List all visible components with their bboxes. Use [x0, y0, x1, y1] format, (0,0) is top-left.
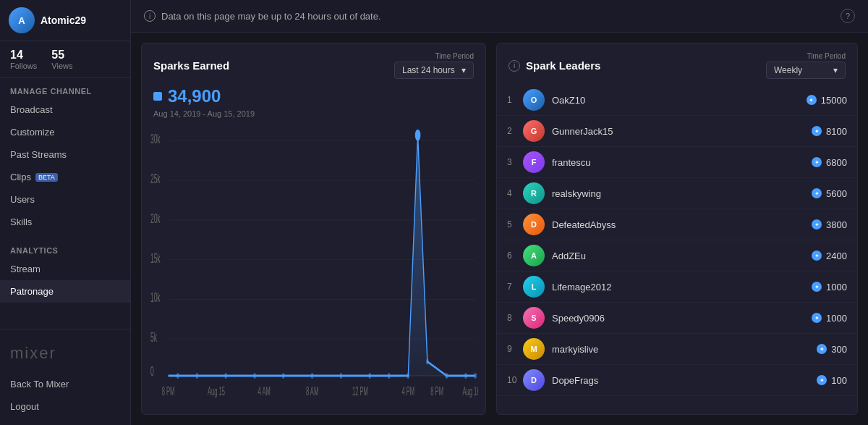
leaders-time-period-value: Weekly	[774, 65, 802, 75]
spark-icon: ✦	[812, 157, 822, 167]
leader-name: frantescu	[552, 157, 812, 168]
leader-row: 9 M markyislive ✦ 300	[497, 334, 857, 365]
content-area: Sparks Earned Time Period Last 24 hours …	[131, 33, 868, 425]
svg-text:5k: 5k	[150, 330, 157, 345]
sidebar-item-skills[interactable]: Skills	[0, 211, 130, 233]
sparks-time-period-label: Time Period	[435, 52, 474, 60]
svg-text:15k: 15k	[150, 251, 161, 265]
logout-link[interactable]: Logout	[0, 395, 130, 418]
back-to-mixer-link[interactable]: Back To Mixer	[0, 373, 130, 395]
leader-score-area: ✦ 5600	[812, 188, 847, 199]
sidebar-item-broadcast[interactable]: Broadcast	[0, 98, 130, 121]
leader-row: 8 S Speedy0906 ✦ 1000	[497, 303, 857, 334]
leader-name: realskywing	[552, 188, 812, 199]
sidebar-stats: 14 Follows 55 Views	[0, 41, 130, 78]
svg-text:8 PM: 8 PM	[430, 385, 443, 398]
svg-point-24	[224, 373, 227, 379]
svg-text:0: 0	[150, 363, 154, 378]
follows-count: 14	[10, 49, 37, 62]
svg-text:Aug 15: Aug 15	[208, 385, 225, 398]
leader-name: Speedy0906	[552, 313, 812, 324]
beta-badge: BETA	[35, 173, 58, 182]
info-icon: i	[144, 10, 156, 22]
follows-label: Follows	[10, 62, 37, 70]
follows-stat: 14 Follows	[10, 49, 37, 70]
svg-text:4 AM: 4 AM	[258, 385, 271, 398]
leader-rank: 3	[507, 157, 523, 167]
leaders-info-icon: i	[509, 60, 520, 72]
svg-text:Aug 16: Aug 16	[463, 385, 478, 398]
leader-rank: 1	[507, 95, 523, 105]
views-label: Views	[51, 62, 72, 70]
leader-score-area: ✦ 2400	[812, 251, 847, 261]
leader-name: DefeatedAbyss	[552, 219, 812, 230]
sidebar-username: Atomic29	[41, 14, 86, 26]
sidebar-item-patronage[interactable]: Patronage	[0, 280, 130, 303]
leader-row: 5 D DefeatedAbyss ✦ 3800	[497, 209, 857, 240]
svg-text:8 AM: 8 AM	[306, 385, 318, 398]
svg-point-25	[253, 373, 256, 379]
leader-score: 300	[831, 344, 847, 355]
leader-score: 1000	[826, 282, 847, 293]
svg-text:8 PM: 8 PM	[162, 385, 175, 398]
analytics-label: ANALYTICS	[0, 237, 130, 258]
leader-avatar: D	[523, 369, 545, 391]
svg-text:4 PM: 4 PM	[401, 385, 414, 398]
help-icon[interactable]: ?	[841, 9, 855, 23]
leader-rank: 2	[507, 126, 523, 136]
svg-text:20k: 20k	[150, 211, 161, 225]
leader-score-area: ✦ 15000	[807, 95, 847, 106]
spark-icon: ✦	[812, 282, 822, 292]
leader-rank: 10	[507, 375, 523, 385]
leaders-chevron-down-icon: ▾	[833, 65, 838, 75]
svg-point-34	[464, 373, 467, 379]
leader-name: AddZEu	[552, 251, 812, 261]
spark-icon: ✦	[812, 188, 822, 198]
leader-score: 3800	[826, 219, 847, 230]
spark-icon: ✦	[817, 344, 827, 354]
date-range: Aug 14, 2019 - Aug 15, 2019	[142, 109, 485, 124]
sidebar-header: A Atomic29	[0, 0, 130, 41]
sparks-time-period-select[interactable]: Last 24 hours ▾	[394, 62, 474, 79]
leader-row: 7 L Lifemage2012 ✦ 1000	[497, 272, 857, 303]
views-count: 55	[51, 49, 72, 62]
leaders-time-period-label: Time Period	[807, 52, 846, 60]
spark-icon: ✦	[812, 313, 822, 323]
spark-icon: ✦	[812, 251, 822, 261]
svg-point-29	[368, 373, 371, 379]
svg-point-30	[388, 373, 391, 379]
svg-text:10k: 10k	[150, 290, 161, 305]
svg-point-28	[340, 373, 343, 379]
svg-point-35	[474, 373, 477, 379]
leaders-title-row: i Spark Leaders	[509, 59, 600, 72]
svg-point-31	[407, 373, 409, 379]
leader-score: 6800	[826, 157, 847, 168]
spark-dot	[153, 92, 162, 101]
svg-point-22	[176, 373, 179, 379]
sidebar-item-past-streams[interactable]: Past Streams	[0, 143, 130, 166]
leader-score-area: ✦ 1000	[812, 282, 847, 293]
leaders-time-period-select[interactable]: Weekly ▾	[766, 62, 846, 79]
sidebar-bottom: mixer Back To Mixer Logout	[0, 329, 130, 425]
chevron-down-icon: ▾	[461, 65, 466, 75]
leader-row: 1 O OakZ10 ✦ 15000	[497, 85, 857, 116]
sidebar-item-users[interactable]: Users	[0, 188, 130, 211]
spark-count: 34,900	[168, 86, 221, 106]
leader-row: 6 A AddZEu ✦ 2400	[497, 240, 857, 272]
leader-name: markyislive	[552, 344, 817, 355]
sidebar-item-customize[interactable]: Customize	[0, 121, 130, 143]
svg-point-32	[426, 359, 429, 365]
leader-score-area: ✦ 1000	[812, 313, 847, 324]
leader-score: 100	[831, 375, 847, 386]
leader-score: 5600	[826, 188, 847, 199]
leader-avatar: O	[523, 89, 545, 111]
chart-peak-dot	[415, 130, 421, 141]
leader-score: 15000	[821, 95, 847, 106]
leaders-card: i Spark Leaders Time Period Weekly ▾ 1 O…	[496, 43, 858, 415]
sidebar-item-stream[interactable]: Stream	[0, 258, 130, 280]
svg-point-33	[446, 373, 448, 379]
leaders-time-period-control: Time Period Weekly ▾	[766, 52, 846, 79]
leader-avatar: G	[523, 120, 545, 142]
sidebar-item-clips[interactable]: Clips BETA	[0, 166, 130, 188]
leader-row: 3 F frantescu ✦ 6800	[497, 147, 857, 178]
